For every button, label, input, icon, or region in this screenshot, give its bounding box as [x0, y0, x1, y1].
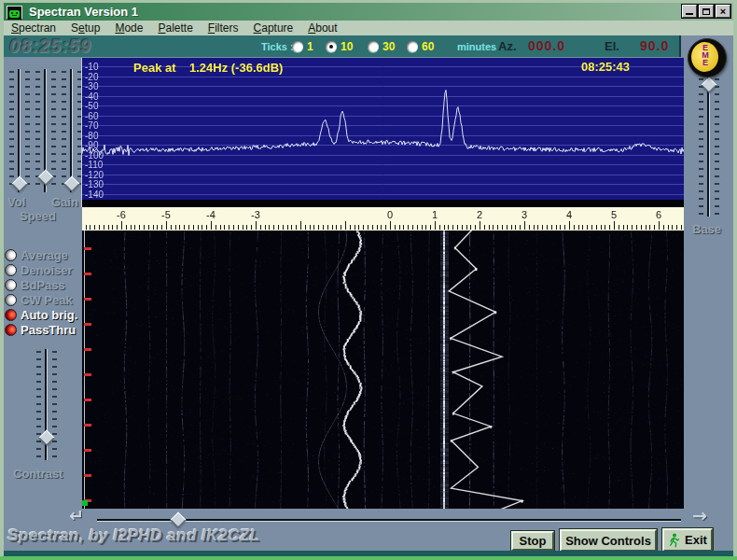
radio-icon[interactable]	[407, 41, 418, 52]
close-button[interactable]: ×	[716, 5, 730, 18]
db-tick-label: -60	[85, 112, 98, 121]
toggle-average[interactable]: Average	[5, 248, 68, 262]
maximize-icon	[702, 8, 710, 15]
scrollbar-thumb[interactable]	[171, 512, 187, 528]
stop-button[interactable]: Stop	[511, 531, 554, 551]
db-tick-label: -80	[85, 132, 98, 141]
led-icon	[5, 279, 17, 291]
frequency-scale	[82, 207, 684, 231]
title-bar: Spectran Version 1 ×	[4, 3, 733, 21]
gain-label: Gain	[51, 195, 78, 209]
ticks-label: Ticks :	[261, 41, 294, 52]
maximize-button[interactable]	[699, 5, 714, 18]
scroll-left-arrow[interactable]: ↵	[69, 506, 84, 525]
radio-icon[interactable]	[292, 41, 303, 52]
spectrum-canvas	[82, 58, 684, 207]
minimize-button[interactable]	[682, 5, 697, 18]
led-icon	[5, 309, 17, 321]
tuning-scrollbar[interactable]	[97, 510, 681, 528]
db-tick-label: -130	[85, 180, 104, 189]
elevation-value: 90.0	[640, 38, 669, 53]
menu-item-setup[interactable]: Setup	[71, 21, 100, 35]
ticks-option-30[interactable]: 30	[368, 40, 395, 53]
peak-readout: Peak at 1.24Hz (-36.6dB)	[133, 61, 283, 75]
toggle-denoiser[interactable]: Denoiser	[5, 263, 73, 277]
db-tick-label: -70	[85, 121, 98, 131]
db-tick-label: -110	[85, 161, 103, 170]
base-slider[interactable]	[699, 77, 719, 217]
waterfall-display	[82, 231, 684, 509]
db-tick-label: -50	[85, 102, 98, 111]
db-tick-label: -100	[85, 151, 104, 161]
menu-item-mode[interactable]: Mode	[115, 21, 143, 35]
show-controls-button[interactable]: Show Controls	[560, 529, 657, 552]
menu-item-about[interactable]: About	[308, 21, 337, 35]
ticks-option-60[interactable]: 60	[407, 40, 434, 53]
led-icon	[5, 294, 17, 306]
led-icon	[5, 264, 17, 276]
led-icon	[5, 249, 17, 261]
ticks-option-10[interactable]: 10	[326, 40, 353, 53]
toggle-bdpass[interactable]: BdPass	[5, 278, 65, 292]
spectrum-timestamp: 08:25:43	[581, 60, 630, 74]
db-tick-label: -30	[85, 82, 98, 91]
menu-bar: Spectran Setup Mode Palette Filters Capt…	[4, 21, 733, 35]
eme-knob[interactable]: EME	[688, 38, 727, 77]
minutes-label: minutes	[457, 41, 496, 52]
ticks-option-1[interactable]: 1	[292, 40, 313, 53]
db-tick-label: -20	[85, 73, 98, 82]
toggle-passthru[interactable]: PassThru	[5, 323, 76, 337]
exit-button[interactable]: Exit	[662, 528, 713, 552]
toggle-cw-peak[interactable]: CW Peak	[5, 293, 73, 307]
speed-slider[interactable]	[35, 69, 56, 192]
menu-item-capture[interactable]: Capture	[254, 21, 294, 35]
window-frame-top	[0, 0, 737, 3]
menu-item-spectran[interactable]: Spectran	[11, 21, 56, 35]
waterfall-time-ticks	[84, 247, 91, 505]
window-frame-left	[0, 0, 4, 560]
status-text: Spectran, by I2PHD and IK2CZL	[7, 526, 260, 545]
contrast-slider[interactable]	[36, 349, 57, 460]
scroll-right-arrow[interactable]: →	[692, 506, 707, 525]
contrast-label: Contrast	[13, 467, 63, 481]
db-tick-label: -140	[85, 190, 104, 200]
eme-knob-label: EME	[701, 43, 709, 65]
db-tick-label: -40	[85, 92, 98, 102]
menu-item-filters[interactable]: Filters	[208, 21, 239, 35]
vol-label: Vol	[7, 195, 25, 209]
db-tick-label: -90	[85, 141, 98, 150]
spectrum-display: -10-20-30-40-50-60-70-80-90-100-110-120-…	[82, 58, 684, 207]
window-frame-bottom	[0, 556, 737, 560]
freq-scale-canvas	[82, 207, 684, 231]
spectran-window: { "window": { "title": "Spectran Version…	[0, 0, 737, 560]
toggle-auto-brig[interactable]: Auto brig.	[5, 308, 77, 322]
minimize-icon	[686, 13, 693, 15]
toolbar: 08:25:59 Ticks : 1 10 30 60 minutes Az. …	[4, 35, 681, 57]
speed-label: Speed	[20, 209, 56, 223]
menu-item-palette[interactable]: Palette	[158, 21, 192, 35]
vol-slider[interactable]	[9, 69, 30, 192]
radio-icon[interactable]	[368, 41, 379, 52]
elevation-label: El.	[605, 39, 619, 53]
waterfall-canvas	[82, 231, 684, 509]
app-icon	[7, 6, 22, 19]
radio-icon[interactable]	[326, 41, 337, 52]
base-label: Base	[692, 222, 721, 236]
db-tick-label: -10	[85, 63, 98, 72]
window-frame-right	[733, 0, 737, 560]
led-icon	[5, 324, 17, 336]
exit-walker-icon	[668, 533, 680, 548]
db-tick-label: -120	[85, 171, 104, 180]
azimuth-label: Az.	[498, 39, 517, 53]
close-icon: ×	[720, 6, 726, 17]
clock-display: 08:25:59	[9, 35, 91, 57]
window-title: Spectran Version 1	[29, 5, 138, 19]
azimuth-value: 000.0	[528, 38, 565, 53]
gain-slider[interactable]	[62, 69, 82, 192]
